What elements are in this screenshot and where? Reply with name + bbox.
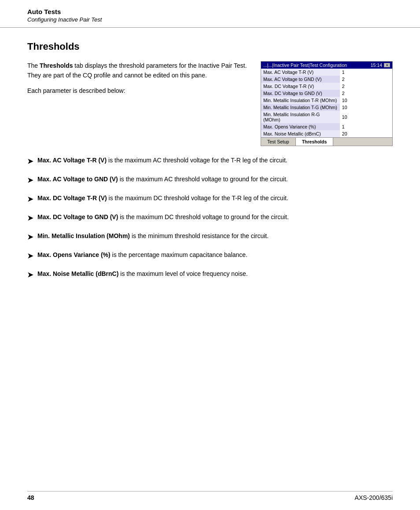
bullet-arrow-icon: ➤	[27, 270, 33, 280]
param-label: Max. DC Voltage to GND (V)	[261, 90, 340, 97]
bullet-list: ➤Max. AC Voltage T-R (V) is the maximum …	[27, 156, 393, 280]
bullet-text: is the maximum DC threshold voltage for …	[107, 194, 288, 202]
table-row: Max. AC Voltage to GND (V)2	[261, 76, 392, 83]
screenshot-window: ...|...|Inactive Pair Test|Test Configur…	[261, 61, 393, 146]
param-value: 20	[340, 130, 392, 137]
bullet-bold-label: Max. Opens Variance (%)	[37, 251, 111, 258]
param-value: 10	[340, 111, 392, 123]
intro-section: The Thresholds tab displays the threshol…	[27, 61, 393, 146]
window-tabs: Test SetupThresholds	[261, 137, 392, 146]
header-subtitle: Configuring Inactive Pair Test	[27, 16, 393, 23]
bullet-content: Max. AC Voltage T-R (V) is the maximum A…	[37, 156, 393, 165]
window-tab-test-setup[interactable]: Test Setup	[261, 138, 296, 146]
bullet-bold-label: Max. AC Voltage to GND (V)	[37, 176, 118, 183]
table-row: Min. Metallic Insulation T-G (MOhm)10	[261, 104, 392, 111]
intro-paragraph-1: The Thresholds tab displays the threshol…	[27, 61, 247, 80]
bullet-content: Max. Noise Metallic (dBrnC) is the maxim…	[37, 269, 393, 279]
bullet-content: Max. DC Voltage to GND (V) is the maximu…	[37, 213, 393, 222]
param-label: Min. Metallic Insulation T-G (MOhm)	[261, 104, 340, 111]
bullet-text: is the minimum threshold resistance for …	[130, 232, 269, 239]
intro-bold-thresholds: Thresholds	[40, 62, 73, 69]
bullet-content: Max. DC Voltage T-R (V) is the maximum D…	[37, 194, 393, 203]
bullet-arrow-icon: ➤	[27, 232, 33, 242]
list-item: ➤Max. DC Voltage to GND (V) is the maxim…	[27, 213, 393, 224]
page-header: Auto Tests Configuring Inactive Pair Tes…	[0, 0, 420, 28]
bullet-arrow-icon: ➤	[27, 213, 33, 224]
bullet-bold-label: Max. DC Voltage T-R (V)	[37, 194, 107, 202]
param-value: 1	[340, 69, 392, 76]
table-row: Max. DC Voltage to GND (V)2	[261, 90, 392, 97]
bullet-text: is the maximum AC threshold voltage to g…	[118, 176, 288, 183]
bullet-bold-label: Max. AC Voltage T-R (V)	[37, 157, 107, 164]
param-label: Max. AC Voltage to GND (V)	[261, 76, 340, 83]
bullet-arrow-icon: ➤	[27, 251, 33, 261]
bullet-text: is the maximum DC threshold voltage to g…	[118, 213, 289, 220]
screenshot-panel: ...|...|Inactive Pair Test|Test Configur…	[261, 61, 393, 146]
bullet-bold-label: Max. Noise Metallic (dBrnC)	[37, 270, 118, 277]
header-title: Auto Tests	[27, 8, 393, 15]
param-value: 10	[340, 104, 392, 111]
param-table: Max. AC Voltage T-R (V)1Max. AC Voltage …	[261, 69, 392, 137]
table-row: Max. AC Voltage T-R (V)1	[261, 69, 392, 76]
bullet-text: is the maximum AC threshold voltage for …	[107, 157, 287, 164]
table-row: Max. Noise Metallic (dBrnC)20	[261, 130, 392, 137]
param-label: Min. Metallic Insulation T-R (MOhm)	[261, 97, 340, 104]
table-row: Max. Opens Variance (%)1	[261, 123, 392, 130]
bullet-arrow-icon: ➤	[27, 175, 33, 186]
window-title-text: ...|...|Inactive Pair Test|Test Configur…	[263, 62, 347, 68]
param-label: Max. Noise Metallic (dBrnC)	[261, 130, 340, 137]
footer-product: AXS-200/635i	[355, 494, 393, 501]
window-close-btn[interactable]: ✕	[384, 63, 390, 67]
param-label: Max. Opens Variance (%)	[261, 123, 340, 130]
param-value: 2	[340, 90, 392, 97]
bullet-arrow-icon: ➤	[27, 194, 33, 205]
window-titlebar: ...|...|Inactive Pair Test|Test Configur…	[261, 62, 392, 69]
bullet-text: is the maximum level of voice frequency …	[118, 270, 247, 277]
param-value: 1	[340, 123, 392, 130]
window-time: 15:14 ✕	[371, 62, 390, 68]
main-content: Thresholds The Thresholds tab displays t…	[0, 28, 420, 315]
param-value: 10	[340, 97, 392, 104]
param-label: Min. Metallic Insulation R-G (MOhm)	[261, 111, 340, 123]
list-item: ➤Max. DC Voltage T-R (V) is the maximum …	[27, 194, 393, 205]
footer-page-number: 48	[27, 494, 34, 501]
intro-paragraph-2: Each parameter is described below:	[27, 86, 247, 96]
bullet-text: is the percentage maximum capacitance ba…	[111, 251, 247, 258]
list-item: ➤Max. AC Voltage T-R (V) is the maximum …	[27, 156, 393, 167]
param-value: 2	[340, 76, 392, 83]
section-title: Thresholds	[27, 41, 393, 52]
param-label: Max. AC Voltage T-R (V)	[261, 69, 340, 76]
param-value: 2	[340, 83, 392, 90]
list-item: ➤Max. AC Voltage to GND (V) is the maxim…	[27, 175, 393, 186]
bullet-bold-label: Min. Metallic Insulation (MOhm)	[37, 232, 130, 239]
table-row: Min. Metallic Insulation R-G (MOhm)10	[261, 111, 392, 123]
table-row: Max. DC Voltage T-R (V)2	[261, 83, 392, 90]
bullet-content: Max. AC Voltage to GND (V) is the maximu…	[37, 175, 393, 184]
page-footer: 48 AXS-200/635i	[27, 491, 393, 501]
list-item: ➤Max. Opens Variance (%) is the percenta…	[27, 250, 393, 261]
table-row: Min. Metallic Insulation T-R (MOhm)10	[261, 97, 392, 104]
list-item: ➤Max. Noise Metallic (dBrnC) is the maxi…	[27, 269, 393, 280]
window-tab-thresholds[interactable]: Thresholds	[296, 138, 334, 146]
bullet-bold-label: Max. DC Voltage to GND (V)	[37, 213, 118, 220]
bullet-content: Max. Opens Variance (%) is the percentag…	[37, 250, 393, 260]
bullet-content: Min. Metallic Insulation (MOhm) is the m…	[37, 231, 393, 241]
list-item: ➤Min. Metallic Insulation (MOhm) is the …	[27, 231, 393, 242]
page-container: Auto Tests Configuring Inactive Pair Tes…	[0, 0, 420, 510]
bullet-arrow-icon: ➤	[27, 156, 33, 167]
param-label: Max. DC Voltage T-R (V)	[261, 83, 340, 90]
intro-text: The Thresholds tab displays the threshol…	[27, 61, 247, 146]
